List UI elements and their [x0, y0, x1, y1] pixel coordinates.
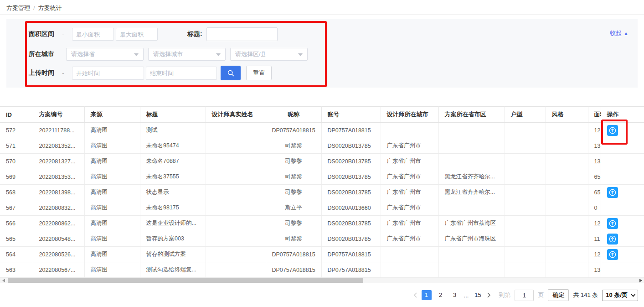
cell-style [546, 154, 588, 169]
page-buttons: 123...15 [422, 290, 483, 300]
table-row: 5722022111788...高清图测试DP0757A018815DP0757… [0, 123, 644, 138]
upload-button[interactable] [607, 218, 618, 229]
upload-circle-arrow-icon [608, 219, 617, 228]
goto-page-input[interactable] [515, 290, 534, 301]
total-count-label: 共 141 条 [573, 291, 598, 299]
cell-plan_region [438, 123, 505, 138]
cell-id: 564 [0, 247, 33, 262]
cell-area: 12 [588, 123, 601, 138]
cell-designer_city [381, 262, 438, 278]
cell-account: DS0020B013785 [321, 231, 381, 247]
cell-style [546, 262, 588, 278]
city-select-value: 请选择城市 [153, 50, 183, 58]
table-row: 5662022080862...高清图这是企业设计师的...司黎黎DS0020B… [0, 216, 644, 231]
city-select[interactable]: 请选择城市 [148, 48, 226, 61]
cell-code: 2022081398... [33, 185, 84, 200]
col-header-title: 标题 [140, 107, 206, 123]
table-header-row: ID方案编号来源标题设计师真实姓名昵称账号设计师所在城市方案所在省市区户型风格面… [0, 107, 644, 123]
col-header-designer_city: 设计师所在城市 [381, 107, 438, 123]
cell-code: 2022080862... [33, 216, 84, 231]
cell-real_name [206, 185, 266, 200]
collapse-link[interactable]: 收起▲ [610, 29, 629, 37]
upload-button[interactable] [607, 234, 618, 245]
cell-title: 状态显示 [140, 185, 206, 200]
cell-account: DP0757A018815 [321, 247, 381, 262]
cell-account: DS0020B013785 [321, 185, 381, 200]
cell-id: 566 [0, 216, 33, 231]
col-header-account: 账号 [321, 107, 381, 123]
cell-designer_city: 广东省广州市 [381, 231, 438, 247]
upload-button[interactable] [607, 187, 618, 198]
cell-nickname: 司黎黎 [266, 231, 321, 247]
cell-account: DS0020B013785 [321, 216, 381, 231]
cell-plan_region [438, 247, 505, 262]
end-time-input[interactable] [146, 67, 217, 80]
cell-plan_region: 黑龙江省齐齐哈尔... [438, 169, 505, 185]
page-size-value: 10 条/页 [606, 291, 628, 299]
col-header-plan_region: 方案所在省市区 [438, 107, 505, 123]
page-button-15[interactable]: 15 [473, 290, 483, 300]
page-button-1[interactable]: 1 [422, 290, 432, 300]
district-select[interactable]: 请选择区/县 [230, 48, 308, 61]
cell-designer_city: 广东省广州市 [381, 138, 438, 154]
cell-real_name [206, 262, 266, 278]
col-header-house_type: 户型 [505, 107, 546, 123]
cell-id: 565 [0, 231, 33, 247]
min-area-input[interactable] [72, 28, 114, 41]
breadcrumb-separator: / [33, 5, 35, 11]
search-button[interactable] [221, 66, 241, 80]
province-select[interactable]: 请选择省 [66, 48, 144, 61]
cell-source: 高清图 [84, 154, 140, 169]
magnifier-icon [227, 69, 235, 77]
max-area-input[interactable] [116, 28, 158, 41]
cell-account: DS0020B013785 [321, 154, 381, 169]
horizontal-scrollbar[interactable] [0, 278, 644, 283]
scrollbar-thumb[interactable] [8, 278, 363, 283]
scroll-left-arrow-icon[interactable] [2, 279, 5, 282]
page-size-select[interactable]: 10 条/页 [602, 290, 638, 301]
cell-nickname: 司黎黎 [266, 154, 321, 169]
upload-button[interactable] [607, 249, 618, 260]
cell-id: 568 [0, 185, 33, 200]
page-button-3[interactable]: 3 [450, 290, 460, 300]
cell-plan_region [438, 262, 505, 278]
prev-page-button[interactable] [413, 292, 417, 298]
page-button-2[interactable]: 2 [436, 290, 446, 300]
confirm-button[interactable]: 确定 [548, 289, 569, 301]
goto-label: 到第 [499, 291, 510, 299]
cell-op [601, 262, 644, 278]
cell-title: 测试 [140, 123, 206, 138]
title-input[interactable] [206, 27, 278, 41]
table-row: 5642022080526...高清图暂存的测试方案DP0757A018815D… [0, 247, 644, 262]
col-header-area: 面积 [588, 107, 601, 123]
table-row: 5682022081398...高清图状态显示司黎黎DS0020B013785广… [0, 185, 644, 200]
cell-account: DS0020B013785 [321, 169, 381, 185]
cell-house_type [505, 262, 546, 278]
breadcrumb-section[interactable]: 方案管理 [6, 5, 30, 11]
cell-style [546, 138, 588, 154]
next-page-button[interactable] [487, 292, 491, 298]
start-time-input[interactable] [72, 67, 144, 80]
reset-button[interactable]: 重置 [246, 66, 272, 80]
cell-real_name [206, 154, 266, 169]
cell-id: 572 [0, 123, 33, 138]
col-header-op: 操作 [601, 107, 644, 123]
cell-plan_region [438, 154, 505, 169]
scroll-right-arrow-icon[interactable] [639, 279, 642, 282]
cell-title: 暂存的方案003 [140, 231, 206, 247]
cell-source: 高清图 [84, 216, 140, 231]
cell-area: 65 [588, 169, 601, 185]
cell-op [601, 169, 644, 185]
cell-id: 569 [0, 169, 33, 185]
table-row: 5702022081327...高清图未命名70887司黎黎DS0020B013… [0, 154, 644, 169]
cell-area: 13 [588, 138, 601, 154]
cell-title: 未命名70887 [140, 154, 206, 169]
cell-style [546, 231, 588, 247]
filter-row-city: 所在城市 请选择省 请选择城市 请选择区/县 [6, 48, 638, 61]
table-row: 5712022081352...高清图未命名95474司黎黎DS0020B013… [0, 138, 644, 154]
upload-button[interactable] [607, 125, 618, 136]
pagination-bar: 123...15 到第 页 确定 共 141 条 10 条/页 [0, 289, 644, 301]
table-row: 5672022080832...高清图未命名98175斯立平DS0020A013… [0, 200, 644, 216]
area-range-label: 面积区间 [29, 30, 54, 38]
cell-op [601, 200, 644, 216]
